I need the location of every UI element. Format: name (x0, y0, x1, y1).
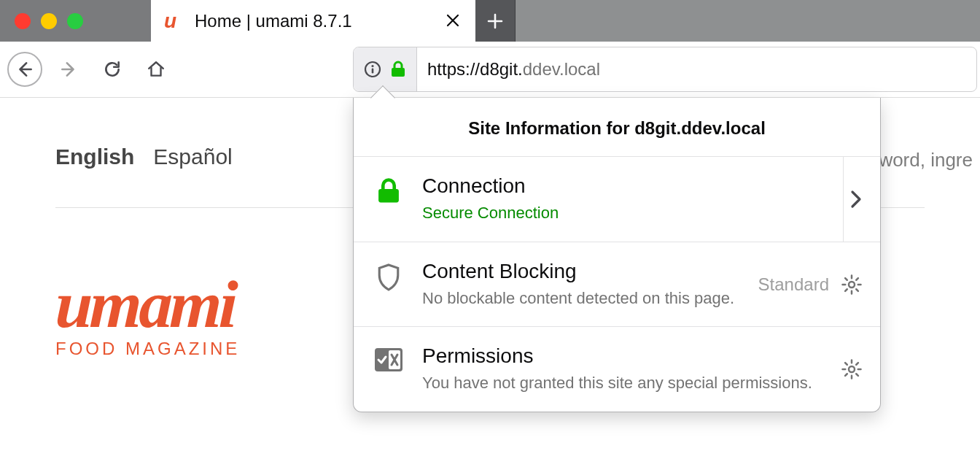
site-identity-popup: Site Information for d8git.ddev.local Co… (353, 98, 881, 412)
browser-tab-active[interactable]: u Home | umami 8.7.1 (151, 0, 475, 42)
new-tab-button[interactable] (475, 0, 516, 42)
url-text: https://d8git.ddev.local (417, 59, 600, 80)
forward-button[interactable] (51, 52, 86, 87)
tab-strip: u Home | umami 8.7.1 (0, 0, 980, 42)
tab-favicon: u (164, 10, 186, 32)
content-blocking-status: No blockable content detected on this pa… (422, 288, 752, 309)
home-button[interactable] (139, 52, 174, 87)
permissions-title: Permissions (422, 344, 835, 368)
section-separator (843, 157, 844, 242)
language-english-link[interactable]: English (55, 144, 134, 169)
popup-title: Site Information for d8git.ddev.local (354, 98, 880, 156)
reload-icon (103, 60, 122, 79)
window-minimize-button[interactable] (41, 13, 57, 29)
svg-point-1 (371, 65, 373, 67)
shield-icon (376, 263, 401, 292)
permissions-icon (371, 347, 406, 372)
content-blocking-section: Content Blocking No blockable content de… (354, 242, 880, 327)
language-espanol-link[interactable]: Español (153, 144, 232, 169)
permissions-badge-icon (374, 347, 403, 372)
close-icon (446, 14, 459, 27)
lock-icon (376, 177, 401, 205)
window-zoom-button[interactable] (67, 13, 83, 29)
search-placeholder-fragment: word, ingre (879, 149, 980, 171)
window-controls (0, 0, 151, 42)
tab-title: Home | umami 8.7.1 (195, 11, 443, 31)
svg-point-5 (849, 282, 855, 288)
svg-rect-3 (392, 68, 405, 77)
svg-rect-4 (378, 189, 399, 203)
window-close-button[interactable] (15, 13, 31, 29)
home-icon (147, 60, 166, 79)
permissions-section: Permissions You have not granted this si… (354, 326, 880, 412)
svg-rect-2 (372, 69, 374, 74)
connection-title: Connection (422, 174, 834, 198)
site-identity-button[interactable] (354, 47, 417, 91)
content-blocking-level: Standard (758, 274, 829, 295)
url-rest: ddev.local (523, 59, 600, 79)
plus-icon (486, 12, 504, 30)
lock-icon (390, 61, 406, 78)
tab-close-button[interactable] (443, 7, 462, 35)
permissions-status: You have not granted this site any speci… (422, 372, 835, 394)
connection-status: Secure Connection (422, 202, 834, 224)
svg-point-8 (849, 366, 855, 372)
url-bar[interactable]: https://d8git.ddev.local (353, 47, 977, 92)
arrow-left-icon (15, 60, 34, 79)
connection-section-icon (371, 177, 406, 205)
gear-icon[interactable] (841, 274, 863, 296)
gear-icon[interactable] (841, 358, 863, 380)
info-icon (364, 61, 381, 78)
back-button[interactable] (7, 52, 42, 87)
chevron-right-icon[interactable] (849, 189, 863, 209)
navigation-toolbar: https://d8git.ddev.local (0, 42, 980, 98)
reload-button[interactable] (95, 52, 130, 87)
connection-section[interactable]: Connection Secure Connection (354, 156, 880, 242)
content-blocking-icon (371, 263, 406, 292)
content-blocking-title: Content Blocking (422, 260, 752, 283)
url-host: https://d8git. (427, 59, 523, 79)
arrow-right-icon (59, 60, 78, 79)
logo-wordmark: umami (54, 266, 241, 343)
web-page-content: English Español word, ingre umami FOOD M… (0, 98, 980, 451)
site-logo[interactable]: umami FOOD MAGAZINE (55, 266, 240, 359)
language-switcher: English Español (55, 144, 233, 169)
tabstrip-empty-area (516, 0, 980, 42)
